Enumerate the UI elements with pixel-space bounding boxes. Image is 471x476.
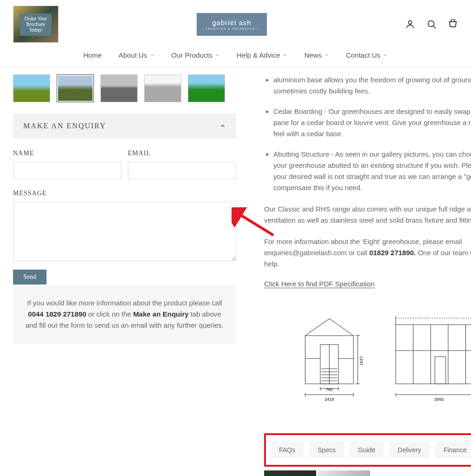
header: Order Your Brochure Today! gabriel ash T…	[0, 0, 471, 68]
enquiry-accordion-header[interactable]: MAKE AN ENQUIRY	[13, 113, 236, 139]
enquiry-info-box: If you would like more information about…	[13, 284, 236, 344]
nav-news[interactable]: News	[304, 51, 329, 59]
desc-bullet-3: Abutting Structure - As seen in our gall…	[273, 149, 471, 193]
spec-diagram: 760 2418 1547 2992 2467	[264, 311, 471, 410]
nav-contact[interactable]: Contact Us	[346, 51, 388, 59]
message-textarea[interactable]	[13, 202, 236, 261]
gallery-thumb-2[interactable]	[57, 74, 94, 102]
send-button[interactable]: Send	[13, 270, 46, 284]
tab-specs[interactable]: Specs	[309, 442, 344, 458]
name-input[interactable]	[13, 162, 121, 179]
gallery-thumb-4[interactable]	[144, 74, 181, 102]
header-icons	[405, 19, 458, 29]
svg-point-1	[428, 21, 434, 27]
desc-para-2: For more information about the 'Eight' g…	[264, 236, 471, 270]
right-column: aluminium base allows you the freedom of…	[264, 74, 471, 476]
search-icon[interactable]	[426, 19, 437, 29]
svg-text:760: 760	[326, 387, 333, 392]
logo-text: gabriel ash	[212, 19, 251, 26]
logo[interactable]: gabriel ash TRADITION & TECHNOLOGY	[197, 13, 267, 36]
chevron-down-icon	[215, 53, 220, 58]
header-top: Order Your Brochure Today! gabriel ash T…	[13, 6, 458, 43]
cta-design-greenhouse[interactable]: Design Your Own Greenhouse!	[264, 470, 316, 476]
svg-text:2992: 2992	[434, 397, 444, 402]
info-tabs-wrapper: FAQs Specs Guide Delivery Finance Share	[264, 433, 471, 467]
gallery-thumb-5[interactable]	[188, 74, 225, 102]
svg-line-2	[433, 26, 436, 28]
account-icon[interactable]	[405, 19, 415, 29]
nav-help[interactable]: Help & Advice	[237, 51, 287, 59]
name-label: NAME	[13, 150, 121, 157]
brochure-cta-thumb[interactable]: Order Your Brochure Today!	[13, 6, 59, 43]
tab-guide[interactable]: Guide	[350, 442, 384, 458]
nav-about[interactable]: About Us	[119, 51, 155, 59]
main-nav: Home About Us Our Products Help & Advice…	[13, 43, 458, 67]
cart-icon[interactable]	[448, 19, 458, 29]
thumbnail-row	[13, 74, 236, 102]
svg-marker-25	[396, 325, 471, 384]
chevron-down-icon	[282, 53, 287, 58]
brochure-cta-label: Order Your Brochure Today!	[20, 13, 52, 36]
desc-bullet-2: Cedar Boarding - Our greenhouses are des…	[273, 106, 471, 139]
logo-subtext: TRADITION & TECHNOLOGY	[206, 27, 258, 30]
cta-row: Design Your Own Greenhouse! Order Your B…	[264, 470, 471, 476]
enquiry-form-row: NAME EMAIL	[13, 150, 236, 179]
gallery-thumb-1[interactable]	[13, 74, 50, 102]
gallery-thumb-3[interactable]	[100, 74, 138, 102]
svg-text:2418: 2418	[325, 397, 334, 402]
nav-products[interactable]: Our Products	[172, 51, 220, 59]
tab-delivery[interactable]: Delivery	[389, 442, 430, 458]
desc-phone: 01829 271890.	[369, 249, 416, 257]
message-label: MESSAGE	[13, 190, 236, 197]
svg-text:1547: 1547	[359, 356, 364, 365]
chevron-up-icon	[219, 123, 226, 129]
chevron-down-icon	[150, 53, 155, 58]
cta-order-brochure[interactable]: Order Your Brochure Today!	[318, 470, 370, 476]
pdf-spec-link[interactable]: Click Here to find PDF Specification	[264, 280, 375, 288]
svg-point-0	[408, 21, 411, 24]
desc-bullet-1: aluminium base allows you the freedom of…	[273, 74, 471, 97]
tab-faqs[interactable]: FAQs	[271, 442, 304, 458]
nav-home[interactable]: Home	[83, 51, 102, 59]
left-column: MAKE AN ENQUIRY NAME EMAIL MESSAGE Send …	[13, 74, 236, 476]
email-input[interactable]	[128, 162, 236, 179]
chevron-down-icon	[383, 53, 388, 58]
svg-rect-34	[435, 357, 445, 383]
chevron-down-icon	[324, 53, 329, 58]
tab-finance[interactable]: Finance	[435, 442, 471, 458]
desc-para-1: Our Classic and RHS range also comes wit…	[264, 204, 471, 226]
email-label: EMAIL	[128, 150, 236, 157]
enquiry-title: MAKE AN ENQUIRY	[23, 122, 106, 130]
description-list: aluminium base allows you the freedom of…	[264, 74, 471, 193]
main-content: MAKE AN ENQUIRY NAME EMAIL MESSAGE Send …	[0, 68, 471, 476]
info-phone: 0044 1829 271890	[28, 310, 86, 318]
